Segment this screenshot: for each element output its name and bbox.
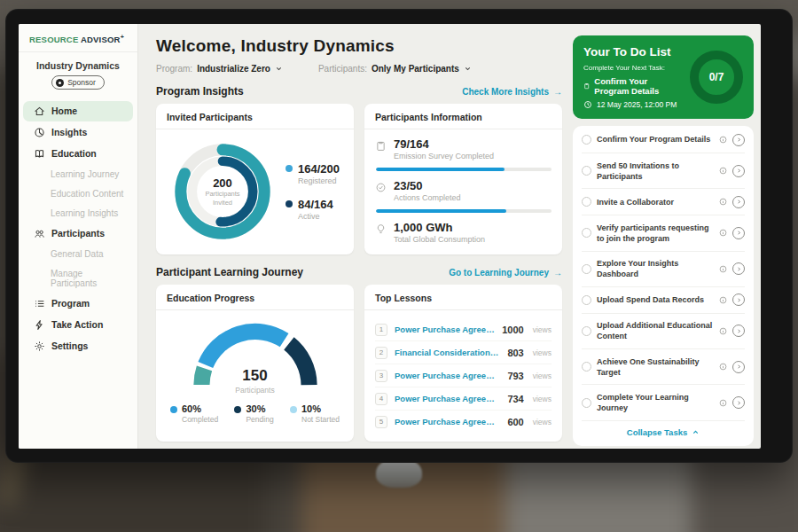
- task-row[interactable]: Invite a Collaborator: [582, 189, 745, 215]
- clipboard-icon: [583, 82, 590, 90]
- chevron-right-icon: [736, 364, 742, 370]
- task-row[interactable]: Confirm Your Program Details: [582, 127, 745, 153]
- rank-badge: 4: [375, 393, 387, 405]
- task-checkbox[interactable]: [582, 197, 591, 207]
- pending-dot: [234, 406, 241, 413]
- check-more-insights-link[interactable]: Check More Insights →: [462, 87, 562, 97]
- task-checkbox[interactable]: [582, 228, 591, 238]
- task-row[interactable]: Upload Spend Data Records: [582, 287, 745, 314]
- invited-participants-donut-chart: 200 Participants Invited: [170, 139, 275, 244]
- chevron-down-icon: [464, 65, 472, 73]
- task-open-button[interactable]: [732, 165, 745, 177]
- gear-icon: [34, 340, 45, 352]
- dashboard-screen: RESOURCE ADVISOR+ Industry Dynamics Spon…: [19, 24, 761, 449]
- main-content: Welcome, Industry Dynamics Program: Indu…: [138, 24, 573, 449]
- stat-total-consumption: 1,000 GWh Total Global Consumption: [375, 221, 552, 244]
- sidebar-item-insights[interactable]: Insights: [23, 122, 133, 143]
- task-row[interactable]: Complete Your Learning Journey: [582, 385, 745, 420]
- task-checkbox[interactable]: [582, 295, 591, 305]
- sidebar-item-participants[interactable]: Participants: [23, 223, 133, 244]
- emission-survey-progressbar: [376, 168, 552, 171]
- info-icon[interactable]: [719, 296, 727, 304]
- task-open-button[interactable]: [732, 361, 745, 373]
- legend-not-started: 10% Not Started: [290, 403, 340, 424]
- education-progress-gauge-chart: 150 Participants: [180, 318, 331, 395]
- chevron-down-icon: [275, 65, 283, 73]
- participants-information-card: Participants Information 79/164 Emission…: [364, 104, 562, 254]
- lesson-link[interactable]: Power Purchase Agreements 102: [395, 394, 500, 403]
- top-lessons-card: Top Lessons 1 Power Purchase Agreements …: [364, 285, 562, 442]
- legend-active: 84/164 Active: [286, 198, 340, 221]
- sidebar-item-take-action[interactable]: Take Action: [23, 315, 133, 335]
- info-icon[interactable]: [719, 198, 727, 206]
- task-row[interactable]: Verify participants requesting to join t…: [582, 215, 745, 251]
- rank-badge: 2: [375, 347, 387, 359]
- collapse-tasks-link[interactable]: Collapse Tasks: [582, 421, 745, 445]
- participants-dropdown[interactable]: Participants: Only My Participants: [318, 64, 472, 74]
- sidebar-item-home[interactable]: Home: [23, 101, 133, 121]
- info-icon[interactable]: [719, 399, 727, 407]
- task-checkbox[interactable]: [582, 135, 591, 145]
- sidebar-item-program[interactable]: Program: [23, 293, 133, 314]
- task-open-button[interactable]: [732, 325, 745, 337]
- rank-badge: 3: [375, 370, 387, 382]
- take-action-icon: [34, 319, 45, 331]
- task-open-button[interactable]: [732, 262, 745, 275]
- task-checkbox[interactable]: [582, 362, 591, 372]
- legend-pending: 30% Pending: [234, 403, 273, 424]
- brand-logo: RESOURCE ADVISOR+: [19, 24, 137, 52]
- sidebar-item-education[interactable]: Education: [23, 144, 133, 164]
- task-row[interactable]: Achieve One Sustainability Target: [582, 349, 745, 385]
- task-open-button[interactable]: [732, 196, 745, 208]
- lesson-link[interactable]: Power Purchase Agreements 101: [395, 371, 500, 380]
- sidebar-item-general-data[interactable]: General Data: [23, 245, 133, 263]
- info-icon[interactable]: [719, 265, 727, 273]
- sidebar-item-manage-participants[interactable]: Manage Participants: [23, 264, 133, 293]
- sidebar: RESOURCE ADVISOR+ Industry Dynamics Spon…: [19, 24, 138, 449]
- sidebar-item-learning-journey[interactable]: Learning Journey: [23, 165, 133, 184]
- lesson-row: 4 Power Purchase Agreements 102 734 view…: [375, 387, 552, 411]
- sidebar-item-education-content[interactable]: Education Content: [23, 184, 133, 203]
- lesson-link[interactable]: Power Purchase Agreements 103: [395, 417, 500, 426]
- info-icon[interactable]: [719, 229, 727, 237]
- task-checkbox[interactable]: [582, 166, 591, 176]
- rank-badge: 5: [375, 416, 387, 428]
- task-row[interactable]: Upload Additional Educational Content: [582, 314, 745, 349]
- sponsor-badge: Sponsor: [51, 75, 105, 90]
- participants-icon: [34, 228, 45, 239]
- info-icon[interactable]: [719, 167, 727, 175]
- education-progress-card: Education Progress 150 Participants: [156, 285, 354, 442]
- task-checkbox[interactable]: [582, 326, 591, 336]
- info-icon[interactable]: [719, 327, 727, 335]
- chevron-right-icon: [736, 297, 742, 303]
- task-row[interactable]: Send 50 Invitations to Participants: [582, 153, 745, 189]
- task-open-button[interactable]: [732, 227, 745, 239]
- lesson-link[interactable]: Power Purchase Agreements 101: [395, 325, 495, 334]
- info-icon[interactable]: [719, 363, 727, 371]
- task-checkbox[interactable]: [582, 398, 591, 408]
- invited-participants-card: Invited Participants 200 Participants In…: [156, 104, 354, 254]
- book-icon: [34, 148, 45, 160]
- chevron-right-icon: [736, 266, 742, 272]
- todo-summary-card: Your To Do List Complete Your Next Task:…: [573, 35, 754, 119]
- task-open-button[interactable]: [732, 293, 745, 306]
- chevron-right-icon: [736, 199, 742, 205]
- task-open-button[interactable]: [732, 134, 745, 146]
- task-open-button[interactable]: [732, 396, 745, 409]
- completed-dot: [170, 406, 177, 413]
- chevron-up-icon: [692, 428, 700, 436]
- task-row[interactable]: Explore Your Insights Dashboard: [582, 252, 745, 287]
- todo-progress-ring: 0/7: [690, 51, 743, 104]
- info-icon[interactable]: [719, 136, 727, 144]
- lightbulb-icon: [375, 223, 387, 235]
- stat-emission-survey: 79/164 Emission Survey Completed: [375, 137, 552, 160]
- todo-panel: Your To Do List Complete Your Next Task:…: [573, 24, 761, 449]
- go-to-learning-journey-link[interactable]: Go to Learning Journey →: [449, 268, 562, 278]
- legend-completed: 60% Completed: [170, 403, 218, 424]
- task-checkbox[interactable]: [582, 264, 591, 274]
- check-circle-icon: [375, 182, 387, 193]
- program-dropdown[interactable]: Program: Industrialize Zero: [156, 64, 283, 74]
- lesson-link[interactable]: Financial Considerations - VPPAs: [395, 348, 500, 357]
- sidebar-item-learning-insights[interactable]: Learning Insights: [23, 204, 133, 223]
- sidebar-item-settings[interactable]: Settings: [23, 336, 133, 356]
